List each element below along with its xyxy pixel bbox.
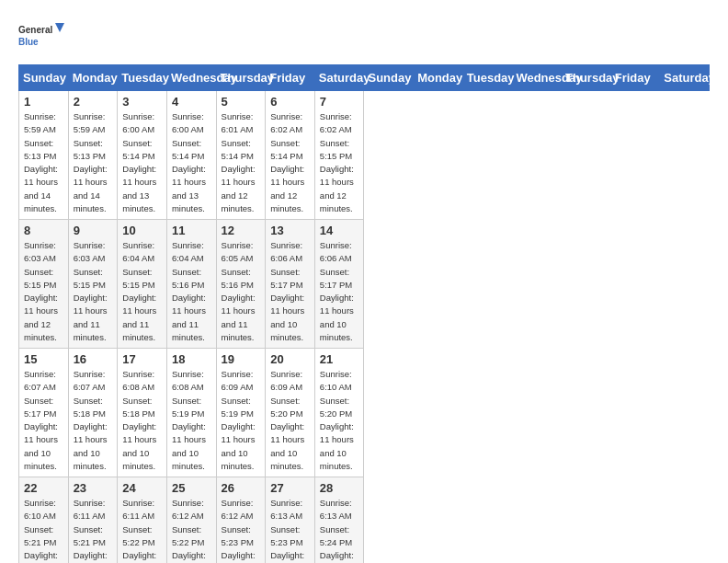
day-number: 22 [24,481,63,495]
calendar-day-cell: 25 Sunrise: 6:12 AMSunset: 5:22 PMDaylig… [166,477,216,564]
day-number: 24 [122,481,162,495]
day-info: Sunrise: 6:07 AMSunset: 5:17 PMDaylight:… [24,368,63,473]
day-number: 1 [24,95,63,109]
day-number: 8 [24,224,63,237]
day-info: Sunrise: 6:03 AMSunset: 5:15 PMDaylight:… [74,239,113,344]
calendar-day-cell: 16 Sunrise: 6:07 AMSunset: 5:18 PMDaylig… [68,349,118,477]
day-number: 11 [172,224,211,237]
day-info: Sunrise: 6:10 AMSunset: 5:20 PMDaylight:… [320,368,359,473]
day-number: 16 [74,352,113,366]
calendar-day-cell: 18 Sunrise: 6:08 AMSunset: 5:19 PMDaylig… [166,349,216,477]
day-number: 6 [270,95,310,109]
day-number: 12 [222,224,261,237]
page-header: General Blue [18,18,710,55]
calendar-day-cell: 22 Sunrise: 6:10 AMSunset: 5:21 PMDaylig… [19,477,69,564]
calendar-table: SundayMondayTuesdayWednesdayThursdayFrid… [18,64,710,563]
day-number: 20 [270,352,310,366]
calendar-day-cell: 24 Sunrise: 6:11 AMSunset: 5:22 PMDaylig… [118,477,167,564]
calendar-day-cell: 23 Sunrise: 6:11 AMSunset: 5:21 PMDaylig… [68,477,118,564]
calendar-day-cell: 27 Sunrise: 6:13 AMSunset: 5:23 PMDaylig… [266,477,315,564]
calendar-week-row: 8 Sunrise: 6:03 AMSunset: 5:15 PMDayligh… [19,220,710,349]
day-of-week-header: Saturday [314,65,364,91]
calendar-week-row: 15 Sunrise: 6:07 AMSunset: 5:17 PMDaylig… [19,349,710,477]
day-info: Sunrise: 6:00 AMSunset: 5:14 PMDaylight:… [122,110,162,215]
day-number: 10 [122,224,162,237]
calendar-day-cell: 13 Sunrise: 6:06 AMSunset: 5:17 PMDaylig… [266,220,315,349]
day-info: Sunrise: 6:11 AMSunset: 5:21 PMDaylight:… [74,497,113,563]
day-number: 17 [122,352,162,366]
day-number: 28 [320,481,359,495]
calendar-day-cell: 9 Sunrise: 6:03 AMSunset: 5:15 PMDayligh… [68,220,118,349]
day-info: Sunrise: 6:04 AMSunset: 5:16 PMDaylight:… [172,239,211,344]
calendar-day-cell: 26 Sunrise: 6:12 AMSunset: 5:23 PMDaylig… [216,477,266,564]
calendar-day-cell: 17 Sunrise: 6:08 AMSunset: 5:18 PMDaylig… [118,349,167,477]
day-info: Sunrise: 6:02 AMSunset: 5:14 PMDaylight:… [270,110,310,215]
day-of-week-header: Saturday [660,65,710,91]
day-info: Sunrise: 6:04 AMSunset: 5:15 PMDaylight:… [122,239,162,344]
day-of-week-header: Thursday [216,65,266,91]
day-info: Sunrise: 6:13 AMSunset: 5:23 PMDaylight:… [270,497,310,563]
day-number: 23 [74,481,113,495]
day-info: Sunrise: 5:59 AMSunset: 5:13 PMDaylight:… [24,110,63,215]
day-of-week-header: Sunday [364,65,414,91]
calendar-day-cell: 10 Sunrise: 6:04 AMSunset: 5:15 PMDaylig… [118,220,167,349]
day-info: Sunrise: 6:12 AMSunset: 5:22 PMDaylight:… [172,497,211,563]
calendar-day-cell: 8 Sunrise: 6:03 AMSunset: 5:15 PMDayligh… [19,220,69,349]
day-of-week-header: Tuesday [118,65,167,91]
calendar-day-cell: 12 Sunrise: 6:05 AMSunset: 5:16 PMDaylig… [216,220,266,349]
calendar-day-cell: 1 Sunrise: 5:59 AMSunset: 5:13 PMDayligh… [19,91,69,220]
day-number: 25 [172,481,211,495]
day-info: Sunrise: 6:10 AMSunset: 5:21 PMDaylight:… [24,497,63,563]
day-info: Sunrise: 6:12 AMSunset: 5:23 PMDaylight:… [222,497,261,563]
calendar-week-row: 22 Sunrise: 6:10 AMSunset: 5:21 PMDaylig… [19,477,710,564]
day-info: Sunrise: 6:07 AMSunset: 5:18 PMDaylight:… [74,368,113,473]
calendar-day-cell: 28 Sunrise: 6:13 AMSunset: 5:24 PMDaylig… [314,477,364,564]
day-info: Sunrise: 6:02 AMSunset: 5:15 PMDaylight:… [320,110,359,215]
day-info: Sunrise: 6:01 AMSunset: 5:14 PMDaylight:… [222,110,261,215]
day-info: Sunrise: 6:00 AMSunset: 5:14 PMDaylight:… [172,110,211,215]
calendar-day-cell: 15 Sunrise: 6:07 AMSunset: 5:17 PMDaylig… [19,349,69,477]
day-info: Sunrise: 6:08 AMSunset: 5:18 PMDaylight:… [122,368,162,473]
day-number: 5 [222,95,261,109]
day-number: 4 [172,95,211,109]
calendar-day-cell: 5 Sunrise: 6:01 AMSunset: 5:14 PMDayligh… [216,91,266,220]
svg-marker-2 [55,23,64,32]
calendar-week-row: 1 Sunrise: 5:59 AMSunset: 5:13 PMDayligh… [19,91,710,220]
day-info: Sunrise: 6:05 AMSunset: 5:16 PMDaylight:… [222,239,261,344]
day-of-week-header: Sunday [19,65,69,91]
calendar-day-cell: 4 Sunrise: 6:00 AMSunset: 5:14 PMDayligh… [166,91,216,220]
calendar-day-cell: 20 Sunrise: 6:09 AMSunset: 5:20 PMDaylig… [266,349,315,477]
day-info: Sunrise: 6:06 AMSunset: 5:17 PMDaylight:… [320,239,359,344]
day-info: Sunrise: 6:08 AMSunset: 5:19 PMDaylight:… [172,368,211,473]
day-number: 26 [222,481,261,495]
day-info: Sunrise: 6:06 AMSunset: 5:17 PMDaylight:… [270,239,310,344]
day-of-week-header: Monday [68,65,118,91]
day-number: 9 [74,224,113,237]
calendar-header-row: SundayMondayTuesdayWednesdayThursdayFrid… [19,65,710,91]
day-number: 3 [122,95,162,109]
day-info: Sunrise: 5:59 AMSunset: 5:13 PMDaylight:… [74,110,113,215]
calendar-day-cell: 11 Sunrise: 6:04 AMSunset: 5:16 PMDaylig… [166,220,216,349]
day-info: Sunrise: 6:09 AMSunset: 5:19 PMDaylight:… [222,368,261,473]
day-number: 14 [320,224,359,237]
svg-text:Blue: Blue [18,37,39,47]
day-info: Sunrise: 6:11 AMSunset: 5:22 PMDaylight:… [122,497,162,563]
calendar-day-cell: 21 Sunrise: 6:10 AMSunset: 5:20 PMDaylig… [314,349,364,477]
logo-svg: General Blue [18,18,64,55]
logo: General Blue [18,18,64,55]
calendar-day-cell: 19 Sunrise: 6:09 AMSunset: 5:19 PMDaylig… [216,349,266,477]
day-info: Sunrise: 6:03 AMSunset: 5:15 PMDaylight:… [24,239,63,344]
day-number: 7 [320,95,359,109]
calendar-day-cell: 3 Sunrise: 6:00 AMSunset: 5:14 PMDayligh… [118,91,167,220]
day-info: Sunrise: 6:09 AMSunset: 5:20 PMDaylight:… [270,368,310,473]
day-info: Sunrise: 6:13 AMSunset: 5:24 PMDaylight:… [320,497,359,563]
day-number: 18 [172,352,211,366]
day-of-week-header: Wednesday [512,65,562,91]
day-of-week-header: Friday [266,65,315,91]
day-number: 15 [24,352,63,366]
day-of-week-header: Monday [414,65,463,91]
day-number: 2 [74,95,113,109]
calendar-day-cell: 6 Sunrise: 6:02 AMSunset: 5:14 PMDayligh… [266,91,315,220]
day-of-week-header: Thursday [562,65,611,91]
calendar-day-cell: 2 Sunrise: 5:59 AMSunset: 5:13 PMDayligh… [68,91,118,220]
